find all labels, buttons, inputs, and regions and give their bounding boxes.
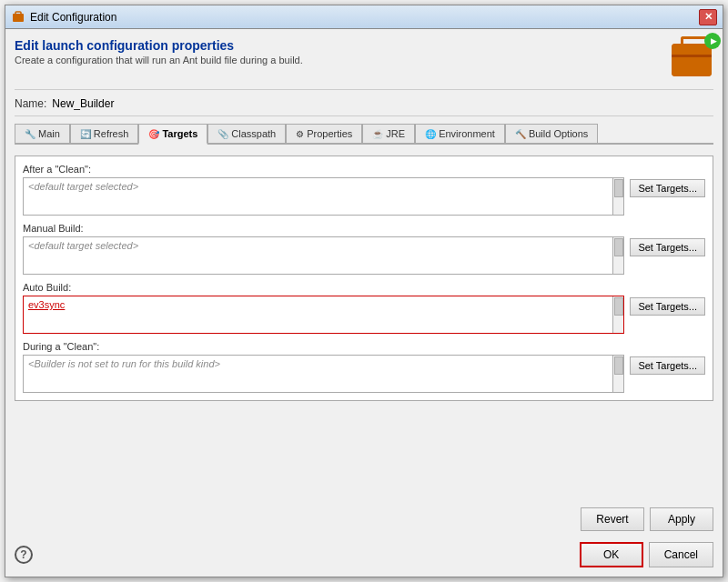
tab-jre-label: JRE [386, 128, 405, 139]
after-clean-label: After a "Clean": [23, 164, 705, 175]
manual-build-scrollbar [612, 237, 623, 274]
briefcase-icon [672, 44, 712, 76]
during-clean-label: During a "Clean": [23, 341, 705, 352]
tab-main[interactable]: 🔧 Main [15, 124, 70, 143]
main-panel: After a "Clean": <default target selecte… [15, 156, 713, 401]
targets-tab-icon: 🎯 [148, 129, 159, 139]
manual-build-set-targets-button[interactable]: Set Targets... [630, 238, 705, 256]
name-value: New_Builder [52, 97, 114, 110]
properties-tab-icon: ⚙ [296, 129, 304, 139]
name-label: Name: [15, 97, 46, 110]
revert-button[interactable]: Revert [581, 507, 644, 531]
header-section: Edit launch configuration properties Cre… [15, 38, 713, 82]
main-window: Edit Configuration ✕ Edit launch configu… [5, 5, 723, 577]
dialog-content: Edit launch configuration properties Cre… [5, 29, 723, 577]
auto-build-section: Auto Build: ev3sync Set Targets... [23, 282, 705, 334]
auto-build-textbox[interactable]: ev3sync [23, 296, 624, 334]
tab-build-options-label: Build Options [529, 128, 588, 139]
close-button[interactable]: ✕ [699, 9, 717, 25]
main-tab-icon: 🔧 [25, 129, 35, 139]
tab-refresh-label: Refresh [94, 128, 129, 139]
bottom-row-2: ? OK Cancel [15, 538, 713, 567]
play-badge [704, 33, 721, 49]
after-clean-section: After a "Clean": <default target selecte… [23, 164, 705, 216]
during-clean-section: During a "Clean": <Builder is not set to… [23, 341, 705, 393]
manual-build-label: Manual Build: [23, 223, 705, 234]
dialog-title: Edit launch configuration properties [15, 38, 303, 53]
after-clean-scrollbar [612, 178, 623, 215]
manual-build-value: <default target selected> [28, 240, 151, 251]
during-clean-content: <Builder is not set to run for this buil… [23, 355, 705, 393]
auto-build-set-targets-button[interactable]: Set Targets... [630, 297, 705, 316]
after-clean-value: <default target selected> [28, 181, 151, 192]
tab-classpath[interactable]: 📎 Classpath [207, 124, 286, 143]
during-clean-textbox[interactable]: <Builder is not set to run for this buil… [23, 355, 624, 393]
name-row: Name: New_Builder [15, 97, 713, 116]
auto-build-value: ev3sync [28, 299, 77, 310]
after-clean-content: <default target selected> Set Targets... [23, 177, 705, 216]
help-button[interactable]: ? [15, 546, 33, 564]
tab-environment[interactable]: 🌐 Environment [415, 124, 505, 143]
build-options-tab-icon: 🔨 [515, 129, 526, 139]
manual-build-textbox[interactable]: <default target selected> [23, 236, 624, 275]
classpath-tab-icon: 📎 [217, 129, 228, 139]
cancel-button[interactable]: Cancel [649, 542, 713, 567]
window-title: Edit Configuration [30, 11, 116, 24]
header-icon-container [670, 38, 713, 82]
tab-refresh[interactable]: 🔄 Refresh [70, 124, 139, 143]
tab-jre[interactable]: ☕ JRE [362, 124, 415, 143]
header-text: Edit launch configuration properties Cre… [15, 38, 303, 65]
separator-1 [15, 89, 713, 90]
refresh-tab-icon: 🔄 [80, 129, 91, 139]
jre-tab-icon: ☕ [372, 129, 383, 139]
auto-build-label: Auto Build: [23, 282, 705, 293]
spacer [15, 408, 713, 497]
bottom-row-1: Revert Apply [15, 504, 713, 531]
tab-main-label: Main [38, 128, 60, 139]
manual-build-content: <default target selected> Set Targets... [23, 236, 705, 275]
manual-build-section: Manual Build: <default target selected> … [23, 223, 705, 275]
after-clean-set-targets-button[interactable]: Set Targets... [630, 179, 705, 197]
tab-targets[interactable]: 🎯 Targets [138, 124, 207, 145]
during-clean-value: <Builder is not set to run for this buil… [28, 358, 233, 369]
window-icon [11, 10, 25, 25]
tab-environment-label: Environment [439, 128, 495, 139]
tab-classpath-label: Classpath [231, 128, 276, 139]
dialog-subtitle: Create a configuration that will run an … [15, 55, 303, 65]
tab-targets-label: Targets [162, 128, 197, 139]
tab-properties[interactable]: ⚙ Properties [286, 124, 362, 143]
after-clean-textbox[interactable]: <default target selected> [23, 177, 624, 216]
ok-cancel-group: OK Cancel [580, 542, 713, 567]
apply-button[interactable]: Apply [650, 507, 713, 531]
tabs-container: 🔧 Main 🔄 Refresh 🎯 Targets 📎 Classpath ⚙… [15, 124, 713, 145]
during-clean-set-targets-button[interactable]: Set Targets... [630, 356, 705, 375]
title-bar: Edit Configuration ✕ [5, 5, 723, 29]
ok-button[interactable]: OK [580, 542, 643, 567]
auto-build-scrollbar [612, 296, 623, 333]
auto-build-content: ev3sync Set Targets... [23, 296, 705, 334]
during-clean-scrollbar [612, 356, 623, 392]
tab-properties-label: Properties [307, 128, 352, 139]
environment-tab-icon: 🌐 [425, 129, 436, 139]
tab-build-options[interactable]: 🔨 Build Options [505, 124, 598, 143]
